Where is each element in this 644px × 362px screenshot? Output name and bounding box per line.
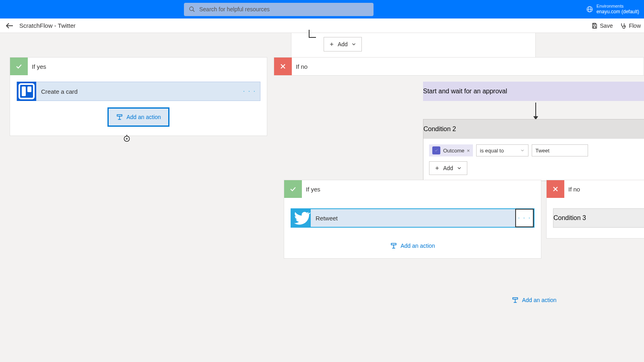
save-button[interactable]: Save — [591, 23, 613, 29]
svg-line-1 — [193, 10, 194, 12]
cross-icon — [551, 185, 559, 193]
svg-rect-26 — [391, 243, 396, 245]
action-retweet[interactable]: Retweet · · · — [291, 208, 535, 228]
svg-rect-14 — [117, 115, 122, 116]
plus-icon — [434, 165, 440, 171]
svg-point-8 — [625, 26, 626, 27]
cross-icon — [279, 62, 287, 70]
action-create-card[interactable]: Create a card · · · — [17, 82, 260, 101]
branch-if-no: If no Start and wait for an approval — [274, 57, 644, 76]
branch-header-no: If no — [274, 58, 644, 75]
environment-name: enayu.com (default) — [597, 9, 639, 15]
page-title: ScratchFlow - Twitter — [19, 22, 76, 29]
flow-canvas[interactable]: Add If yes Create a card · · · — [0, 33, 644, 362]
chevron-down-icon — [351, 41, 357, 47]
search-icon — [189, 6, 195, 12]
check-badge — [10, 58, 28, 75]
svg-rect-12 — [22, 86, 26, 96]
add-action-icon — [116, 113, 123, 121]
environment-picker[interactable]: Environments enayu.com (default) — [586, 3, 639, 15]
top-bar: Environments enayu.com (default) — [0, 0, 644, 19]
back-button[interactable] — [5, 21, 14, 31]
condition-2-block[interactable]: Condition 2 Outcome × is equal to Tweet — [423, 119, 644, 181]
back-arrow-icon — [5, 21, 14, 31]
condition-2-header: Condition 2 — [423, 119, 644, 139]
add-condition-row-button-2[interactable]: Add — [429, 161, 467, 175]
branch-if-yes: If yes Create a card · · · Add an action — [10, 57, 267, 136]
outcome-token[interactable]: Outcome × — [429, 144, 473, 156]
condition-3-block[interactable]: Condition 3 — [553, 208, 644, 228]
operator-select[interactable]: is equal to — [476, 144, 528, 156]
more-menu-button[interactable]: · · · — [243, 88, 256, 95]
breadcrumb-bar: ScratchFlow - Twitter Save Flow — [0, 19, 644, 33]
globe-icon — [586, 6, 593, 13]
svg-rect-6 — [593, 23, 595, 25]
flow-arrow-icon — [535, 103, 536, 119]
check-badge — [284, 180, 302, 198]
svg-rect-13 — [27, 86, 31, 92]
nested-branch-if-yes: If yes Retweet · · · Add an action — [284, 180, 541, 259]
svg-rect-35 — [513, 298, 518, 299]
cross-badge — [274, 58, 292, 75]
condition-box-top: Add — [291, 33, 536, 59]
more-menu-button[interactable]: · · · — [515, 209, 534, 227]
cross-badge — [547, 180, 564, 198]
connector-line — [309, 30, 316, 38]
chevron-down-icon — [456, 165, 462, 171]
flow-checker-button[interactable]: Flow — [620, 23, 641, 29]
add-action-button-yes[interactable]: Add an action — [107, 107, 169, 127]
search-box[interactable] — [184, 3, 374, 16]
plus-icon — [329, 41, 334, 47]
add-action-button-nested-yes[interactable]: Add an action — [390, 242, 435, 249]
trello-icon — [17, 82, 36, 101]
add-condition-row-button[interactable]: Add — [324, 37, 362, 51]
add-action-icon — [390, 242, 397, 249]
search-input[interactable] — [199, 6, 369, 12]
action-start-approval[interactable]: Start and wait for an approval — [423, 82, 644, 101]
add-action-icon — [512, 296, 519, 304]
check-icon — [15, 62, 23, 70]
environment-label: Environments — [597, 3, 639, 9]
svg-rect-7 — [593, 26, 595, 28]
add-action-button-bottom[interactable]: Add an action — [512, 296, 557, 304]
condition-value-input[interactable]: Tweet — [532, 144, 588, 156]
svg-point-38 — [124, 136, 129, 141]
save-icon — [591, 23, 598, 29]
branch-header-yes: If yes — [10, 58, 267, 75]
svg-point-0 — [190, 7, 193, 10]
twitter-icon — [291, 208, 311, 228]
check-icon — [289, 185, 297, 193]
nested-branch-if-no: If no Condition 3 — [546, 180, 644, 239]
stethoscope-icon — [620, 23, 626, 29]
chevron-down-icon — [520, 148, 525, 153]
svg-rect-11 — [19, 84, 34, 99]
remove-token-button[interactable]: × — [467, 148, 470, 154]
